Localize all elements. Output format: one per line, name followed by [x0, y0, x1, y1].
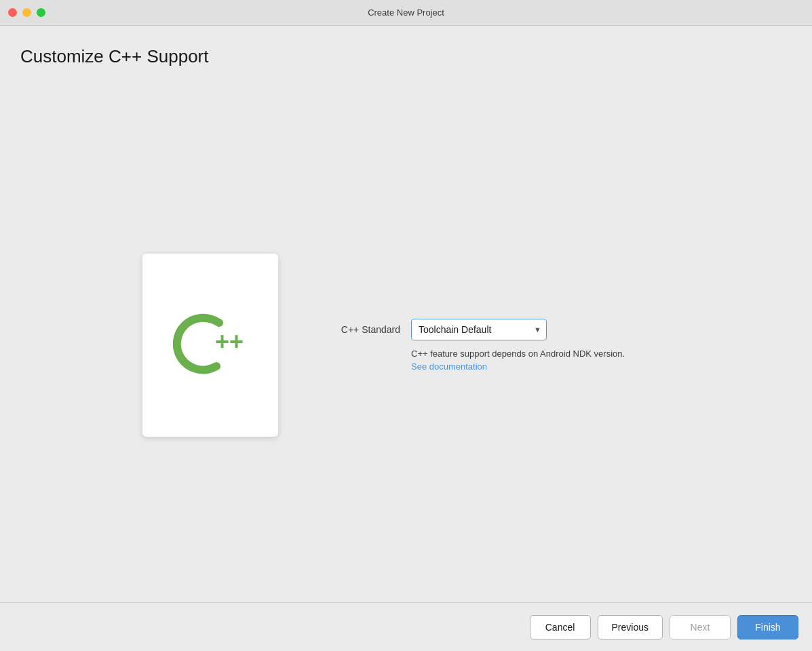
- svg-text:++: ++: [215, 328, 244, 355]
- next-button: Next: [670, 615, 731, 639]
- title-bar: Create New Project: [0, 0, 812, 26]
- cancel-button[interactable]: Cancel: [530, 615, 591, 639]
- page-title: Customize C++ Support: [20, 46, 792, 67]
- documentation-link[interactable]: See documentation: [411, 361, 625, 372]
- description-area: C++ feature support depends on Android N…: [411, 349, 625, 372]
- main-content: Customize C++ Support ++ C++ Standard To…: [0, 26, 812, 602]
- description-text: C++ feature support depends on Android N…: [411, 349, 625, 359]
- footer: Cancel Previous Next Finish: [0, 602, 812, 651]
- cpp-standard-label: C++ Standard: [332, 324, 400, 335]
- cpp-logo-icon: ++: [173, 308, 248, 382]
- settings-panel: C++ Standard Toolchain Default C++11 C++…: [332, 319, 625, 372]
- cpp-standard-select[interactable]: Toolchain Default C++11 C++14 C++17: [411, 319, 547, 340]
- maximize-button[interactable]: [37, 8, 45, 17]
- content-area: ++ C++ Standard Toolchain Default C++11 …: [20, 87, 792, 602]
- minimize-button[interactable]: [22, 8, 31, 17]
- window-controls: [8, 8, 45, 17]
- finish-button[interactable]: Finish: [737, 615, 798, 639]
- cpp-standard-row: C++ Standard Toolchain Default C++11 C++…: [332, 319, 625, 340]
- previous-button[interactable]: Previous: [598, 615, 663, 639]
- cpp-card: ++: [142, 254, 278, 437]
- close-button[interactable]: [8, 8, 17, 17]
- cpp-standard-select-wrapper: Toolchain Default C++11 C++14 C++17 ▼: [411, 319, 547, 340]
- window-title: Create New Project: [368, 7, 444, 18]
